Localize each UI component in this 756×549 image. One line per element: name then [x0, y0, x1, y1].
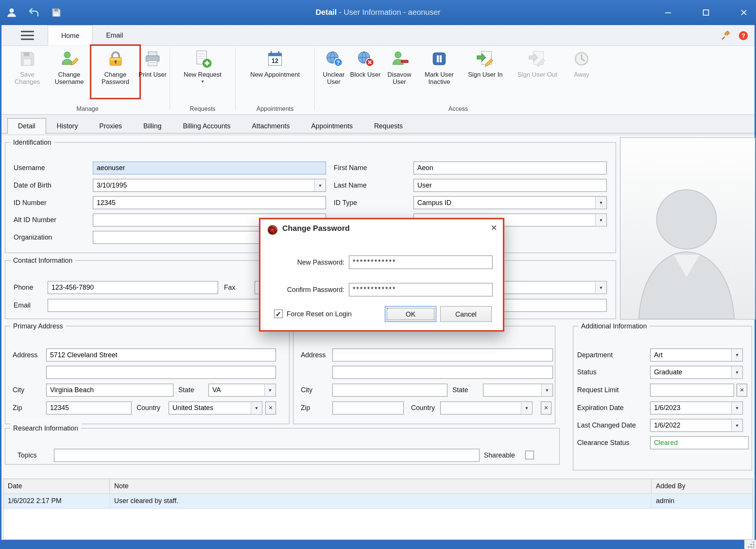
last-changed-date-label: Last Changed Date: [577, 419, 636, 432]
shareable-checkbox[interactable]: [525, 451, 534, 459]
ok-button[interactable]: OK: [385, 306, 437, 322]
sign-user-out-button[interactable]: Sign User Out: [510, 47, 565, 97]
help-icon[interactable]: ?: [738, 30, 749, 41]
clear-country-button[interactable]: ×: [265, 402, 276, 415]
dropdown-arrow-icon[interactable]: ▾: [731, 402, 742, 414]
ribbon-tab-email[interactable]: Email: [93, 25, 136, 46]
clear-request-limit-button[interactable]: ×: [737, 384, 747, 397]
clear-country-button[interactable]: ×: [541, 402, 551, 415]
minimize-button[interactable]: [663, 7, 673, 18]
titlebar[interactable]: Detail - User Information - aeonuser: [0, 0, 756, 25]
dialog-close-button[interactable]: ×: [491, 221, 497, 235]
country-label: Country: [136, 402, 160, 415]
block-user-button[interactable]: Block User: [350, 47, 381, 97]
note-column-header[interactable]: Note: [110, 479, 652, 494]
dropdown-arrow-icon[interactable]: ▾: [264, 384, 275, 396]
primary-city-input[interactable]: Virginia Beach: [46, 384, 173, 397]
ribbon-group-manage: Save Changes Change Username Change Pass…: [6, 46, 169, 114]
zip-label: Zip: [13, 402, 22, 415]
department-label: Department: [577, 349, 613, 361]
secondary-zip-input[interactable]: [332, 402, 404, 415]
app-window: Detail - User Information - aeonuser Hom…: [0, 0, 756, 549]
primary-country-select[interactable]: United States▾: [169, 402, 263, 415]
dropdown-arrow-icon[interactable]: ▾: [314, 179, 325, 191]
state-label: State: [178, 384, 194, 397]
topics-input[interactable]: [54, 449, 479, 462]
primary-state-select[interactable]: VA▾: [209, 384, 276, 397]
expiration-date-label: Expiration Date: [577, 402, 623, 415]
secondary-state-select[interactable]: ▾: [483, 384, 553, 397]
expiration-date-input[interactable]: 1/6/2023▾: [650, 402, 743, 415]
primary-address2-input[interactable]: [46, 366, 276, 379]
printer-icon: [143, 49, 162, 68]
away-button[interactable]: Away: [565, 47, 599, 97]
request-limit-input[interactable]: [650, 384, 734, 397]
department-select[interactable]: Art▾: [650, 349, 743, 361]
added-by-column-header[interactable]: Added By: [652, 479, 753, 494]
status-select[interactable]: Graduate▾: [650, 366, 743, 379]
id-number-input[interactable]: 12345: [93, 196, 326, 209]
note-row[interactable]: 1/6/2022 2:17 PM User cleared by staff. …: [3, 494, 753, 509]
new-request-button[interactable]: New Request ▾: [173, 47, 232, 97]
ribbon-tab-home[interactable]: Home: [47, 25, 93, 46]
pin-icon[interactable]: [721, 30, 731, 41]
first-name-input[interactable]: Aeon: [413, 161, 607, 174]
tab-appointments[interactable]: Appointments: [301, 118, 364, 134]
last-changed-date-input[interactable]: 1/6/2022▾: [650, 419, 743, 432]
cancel-button[interactable]: Cancel: [440, 306, 492, 322]
primary-address-input[interactable]: 5712 Cleveland Street: [46, 349, 276, 361]
primary-zip-input[interactable]: 12345: [46, 402, 131, 415]
tab-billing[interactable]: Billing: [133, 118, 172, 134]
user-minus-icon: [390, 49, 409, 68]
dropdown-arrow-icon[interactable]: ▾: [731, 349, 742, 361]
change-username-button[interactable]: Change Username: [46, 47, 92, 97]
date-of-birth-input[interactable]: 3/10/1995▾: [93, 179, 326, 192]
clock-icon: [572, 49, 591, 68]
dropdown-arrow-icon[interactable]: ▾: [731, 419, 742, 431]
mark-user-inactive-button[interactable]: Mark User Inactive: [418, 47, 461, 97]
dropdown-arrow-icon[interactable]: ▾: [731, 366, 742, 379]
secondary-address-input[interactable]: [332, 349, 553, 361]
dropdown-arrow-icon[interactable]: ▾: [541, 384, 552, 396]
close-button[interactable]: [739, 7, 749, 18]
group-label-manage: Manage: [8, 104, 167, 114]
tab-attachments[interactable]: Attachments: [241, 118, 301, 134]
id-type-select[interactable]: Campus ID▾: [413, 196, 607, 209]
new-appointment-button[interactable]: 12 New Appointment: [239, 47, 312, 97]
unclear-user-button[interactable]: ? Unclear User: [318, 47, 350, 97]
change-password-dialog: Change Password × New Password: ********…: [259, 218, 505, 332]
dropdown-arrow-icon[interactable]: ▾: [595, 197, 606, 209]
tab-detail[interactable]: Detail: [7, 118, 46, 134]
disavow-user-button[interactable]: Disavow User: [381, 47, 418, 97]
tab-proxies[interactable]: Proxies: [89, 118, 133, 134]
save-changes-button[interactable]: Save Changes: [8, 47, 46, 97]
change-password-button[interactable]: Change Password: [92, 47, 138, 97]
dropdown-arrow-icon[interactable]: ▾: [595, 214, 606, 226]
tab-billing-accounts[interactable]: Billing Accounts: [172, 118, 241, 134]
menu-button[interactable]: [2, 25, 47, 46]
clearance-status-label: Clearance Status: [577, 436, 629, 449]
print-user-button[interactable]: Print User: [138, 47, 166, 97]
resize-grip[interactable]: [744, 540, 756, 549]
dropdown-arrow-icon[interactable]: ▾: [595, 281, 606, 293]
secondary-address2-input[interactable]: [332, 366, 553, 379]
new-password-input[interactable]: ************: [349, 256, 493, 269]
svg-text:?: ?: [337, 59, 340, 66]
force-reset-checkbox[interactable]: ✓: [274, 309, 283, 318]
new-request-dropdown-arrow[interactable]: ▾: [201, 79, 204, 84]
confirm-password-input[interactable]: ************: [349, 283, 493, 297]
sign-user-in-button[interactable]: Sign User In: [460, 47, 510, 97]
secondary-city-input[interactable]: [332, 384, 448, 397]
date-column-header[interactable]: Date: [3, 479, 110, 494]
tab-history[interactable]: History: [46, 118, 89, 134]
dropdown-arrow-icon[interactable]: ▾: [251, 402, 262, 414]
secondary-country-select[interactable]: ▾: [440, 402, 533, 415]
tab-requests[interactable]: Requests: [364, 118, 414, 134]
date-of-birth-label: Date of Birth: [14, 179, 52, 192]
dropdown-arrow-icon[interactable]: ▾: [521, 402, 532, 414]
phone-input[interactable]: 123-456-7890: [47, 281, 218, 294]
last-name-input[interactable]: User: [413, 179, 607, 192]
maximize-button[interactable]: [701, 7, 711, 18]
zip-label: Zip: [301, 402, 310, 415]
username-input[interactable]: aeonuser: [93, 161, 326, 174]
